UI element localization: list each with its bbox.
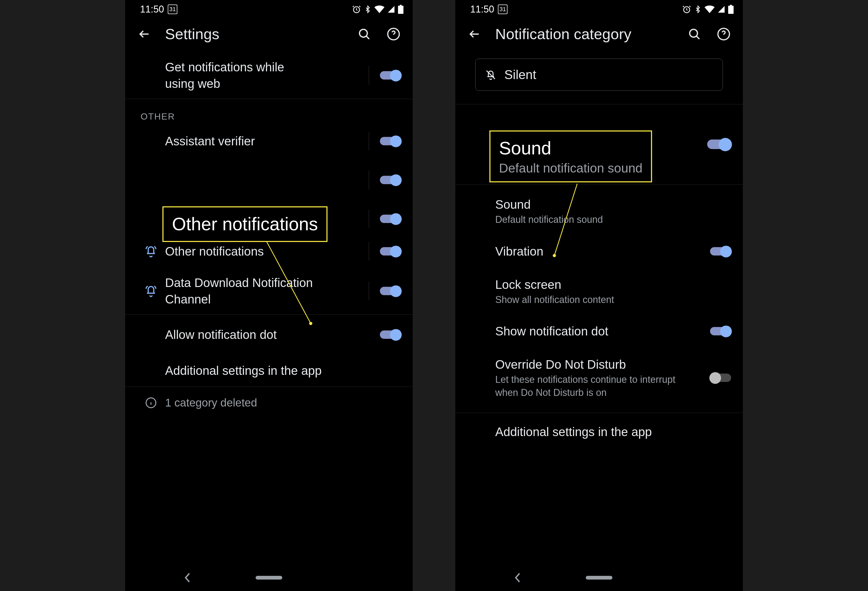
bell-ring-icon bbox=[137, 284, 165, 298]
toggle-web-notifications[interactable] bbox=[380, 71, 401, 80]
status-icons bbox=[352, 5, 404, 14]
nav-pill[interactable] bbox=[255, 576, 282, 579]
signal-icon bbox=[387, 5, 395, 13]
toggle[interactable] bbox=[380, 331, 401, 339]
status-bar: 11:50 31 bbox=[455, 0, 743, 19]
toggle[interactable] bbox=[380, 287, 401, 295]
row-label: Other notifications bbox=[165, 243, 363, 259]
alarm-icon bbox=[352, 5, 361, 14]
row-label: Show notification dot bbox=[495, 323, 702, 339]
row-additional-settings[interactable]: Additional settings in the app bbox=[125, 355, 413, 386]
help-icon[interactable] bbox=[385, 26, 402, 42]
battery-icon bbox=[728, 5, 734, 14]
alarm-icon bbox=[682, 5, 691, 14]
row-sound[interactable]: Sound Default notification sound bbox=[455, 184, 743, 235]
nav-back-icon[interactable] bbox=[514, 572, 522, 583]
row-sublabel: Let these notifications continue to inte… bbox=[495, 373, 676, 399]
page-title: Notification category bbox=[495, 25, 674, 43]
row-sublabel: Show all notification content bbox=[495, 293, 726, 307]
row-show-dot[interactable]: Show notification dot bbox=[455, 315, 743, 347]
row-override-dnd[interactable]: Override Do Not Disturb Let these notifi… bbox=[455, 347, 743, 413]
search-icon[interactable] bbox=[356, 26, 372, 42]
row-label: Additional settings in the app bbox=[165, 362, 396, 379]
row-data-download[interactable]: Data Download Notification Channel bbox=[125, 268, 413, 314]
nav-bar bbox=[125, 564, 413, 591]
wifi-icon bbox=[374, 5, 384, 13]
row-lock-screen[interactable]: Lock screen Show all notification conten… bbox=[455, 267, 743, 315]
callout-sound: Sound Default notification sound bbox=[489, 130, 652, 182]
silent-button[interactable]: Silent bbox=[475, 59, 723, 91]
app-header: Settings bbox=[125, 19, 413, 52]
toggle[interactable] bbox=[707, 140, 731, 149]
row-label: Sound bbox=[495, 196, 726, 213]
nav-bar bbox=[455, 564, 743, 591]
toggle[interactable] bbox=[710, 247, 731, 256]
toggle[interactable] bbox=[380, 137, 401, 145]
nav-back-icon[interactable] bbox=[184, 572, 192, 583]
info-icon bbox=[137, 397, 165, 409]
svg-line-9 bbox=[486, 71, 495, 79]
toggle[interactable] bbox=[710, 327, 731, 336]
help-icon[interactable] bbox=[716, 26, 732, 42]
toggle[interactable] bbox=[380, 247, 401, 256]
row-assistant-verifier[interactable]: Assistant verifier bbox=[125, 125, 413, 157]
row-label: Additional settings in the app bbox=[495, 423, 726, 440]
status-time: 11:50 bbox=[140, 4, 164, 15]
row-additional-settings[interactable]: Additional settings in the app bbox=[455, 413, 743, 447]
svg-point-7 bbox=[689, 29, 697, 37]
toggle[interactable] bbox=[380, 215, 401, 223]
nav-pill[interactable] bbox=[586, 576, 613, 579]
calendar-icon: 31 bbox=[168, 4, 177, 14]
row-label: Allow notification dot bbox=[165, 326, 372, 343]
app-header: Notification category bbox=[455, 19, 743, 52]
callout-other-notifications: Other notifications bbox=[162, 206, 328, 242]
deleted-info-text: 1 category deleted bbox=[165, 395, 396, 411]
bluetooth-icon bbox=[364, 5, 372, 14]
row-label: Get notifications while using web bbox=[165, 59, 314, 92]
row-label: Vibration bbox=[495, 243, 702, 259]
row-web-notifications[interactable]: Get notifications while using web bbox=[125, 52, 413, 99]
wifi-icon bbox=[704, 5, 714, 13]
toggle[interactable] bbox=[380, 176, 401, 184]
row-other-notifications-1[interactable] bbox=[125, 157, 413, 203]
toggle[interactable] bbox=[710, 373, 731, 382]
row-vibration[interactable]: Vibration bbox=[455, 235, 743, 267]
search-icon[interactable] bbox=[686, 26, 703, 42]
row-sublabel: Default notification sound bbox=[495, 213, 726, 226]
status-bar: 11:50 31 bbox=[125, 0, 413, 19]
silent-label: Silent bbox=[504, 67, 536, 82]
back-button[interactable] bbox=[466, 26, 483, 42]
row-label: Override Do Not Disturb bbox=[495, 356, 702, 373]
phone-settings: 11:50 31 Settings bbox=[125, 0, 413, 591]
row-deleted-info: 1 category deleted bbox=[125, 387, 413, 419]
row-label: Assistant verifier bbox=[165, 133, 363, 149]
row-label: Lock screen bbox=[495, 276, 726, 293]
calendar-icon: 31 bbox=[498, 4, 508, 14]
back-button[interactable] bbox=[136, 26, 152, 42]
phone-notification-category: 11:50 31 Notification category bbox=[455, 0, 743, 591]
signal-icon bbox=[717, 5, 725, 13]
bluetooth-icon bbox=[694, 5, 702, 14]
svg-point-1 bbox=[359, 29, 367, 37]
row-label: Data Download Notification Channel bbox=[165, 274, 314, 308]
status-icons bbox=[682, 5, 734, 14]
battery-icon bbox=[398, 5, 404, 14]
section-other: OTHER bbox=[125, 99, 413, 125]
bell-off-icon bbox=[485, 69, 496, 80]
status-time: 11:50 bbox=[470, 4, 494, 15]
page-title: Settings bbox=[165, 25, 344, 43]
row-allow-dot[interactable]: Allow notification dot bbox=[125, 315, 413, 355]
bell-ring-icon bbox=[137, 245, 165, 258]
